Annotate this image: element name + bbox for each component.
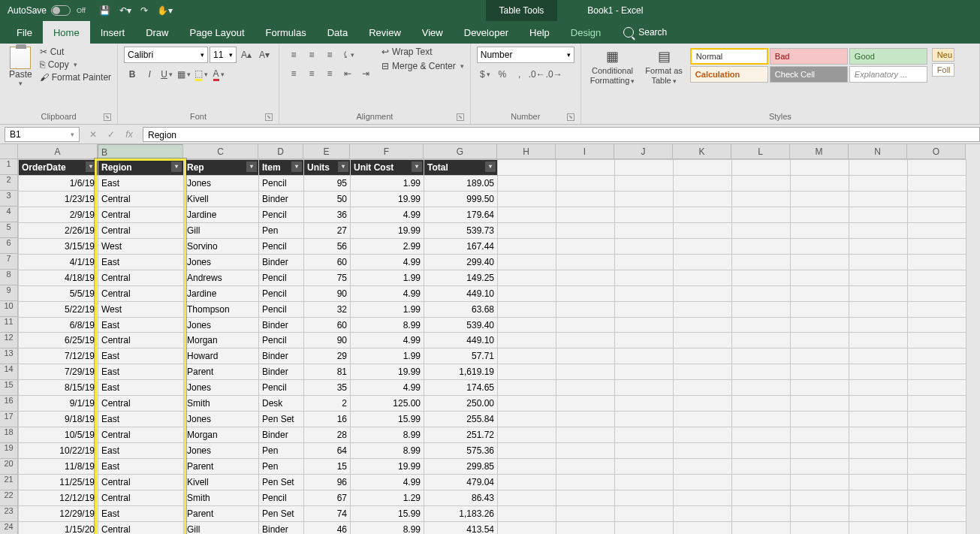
cell[interactable] (791, 301, 849, 317)
tab-developer[interactable]: Developer (454, 21, 519, 44)
cell[interactable]: 189.05 (424, 175, 498, 191)
cell[interactable] (849, 222, 908, 238)
number-format-select[interactable]: Number▾ (477, 47, 574, 63)
cell[interactable] (849, 333, 908, 348)
cell[interactable]: 8.99 (351, 427, 424, 443)
italic-button[interactable]: I (141, 66, 158, 83)
column-header-O[interactable]: O (907, 144, 966, 159)
cell[interactable] (908, 521, 966, 534)
cell[interactable] (849, 207, 908, 222)
increase-font-icon[interactable]: A▴ (238, 47, 255, 63)
cell[interactable]: Binder (259, 348, 304, 364)
cell[interactable]: 57.71 (424, 348, 498, 364)
cell[interactable]: 1/15/20 (19, 521, 98, 534)
wrap-text-button[interactable]: ↩Wrap Text (381, 47, 464, 57)
cell[interactable]: 7/12/19 (19, 348, 98, 364)
cell[interactable]: East (98, 380, 184, 396)
cell[interactable] (791, 521, 849, 534)
cell[interactable]: 6/25/19 (19, 333, 98, 348)
cell[interactable] (556, 427, 615, 443)
cell[interactable]: 8.99 (351, 317, 424, 333)
style-neutral[interactable]: Neu (932, 48, 954, 62)
cell[interactable]: Jones (184, 380, 259, 396)
cell[interactable] (849, 475, 908, 490)
cell[interactable] (732, 301, 791, 317)
cell[interactable]: 3/15/19 (19, 238, 98, 254)
cell[interactable] (849, 459, 908, 475)
cell[interactable] (732, 459, 791, 475)
cell[interactable] (498, 475, 556, 490)
table-header-item[interactable]: Item▾ (259, 160, 304, 176)
cell[interactable]: 36 (304, 207, 351, 222)
tab-home[interactable]: Home (43, 21, 90, 44)
cell[interactable] (498, 505, 556, 521)
cell[interactable] (674, 175, 732, 191)
cell[interactable] (615, 285, 674, 301)
cell[interactable]: Binder (259, 521, 304, 534)
decrease-indent-icon[interactable]: ⇤ (339, 65, 356, 82)
cell[interactable] (732, 521, 791, 534)
cell[interactable] (615, 175, 674, 191)
cell[interactable]: 149.25 (424, 270, 498, 285)
table-header-unit-cost[interactable]: Unit Cost▾ (351, 160, 424, 176)
table-header-region[interactable]: Region▾ (98, 160, 184, 176)
cell[interactable] (732, 270, 791, 285)
cell[interactable]: 1,183.26 (424, 505, 498, 521)
cell[interactable] (556, 270, 615, 285)
fill-color-button[interactable]: ⬚ (193, 66, 210, 83)
cell[interactable]: 4.99 (351, 285, 424, 301)
cell[interactable] (674, 443, 732, 459)
cell[interactable] (732, 427, 791, 443)
cell[interactable] (556, 348, 615, 364)
cell[interactable]: 10/22/19 (19, 443, 98, 459)
cell[interactable] (556, 238, 615, 254)
cell[interactable]: 28 (304, 427, 351, 443)
cell[interactable] (849, 427, 908, 443)
increase-indent-icon[interactable]: ⇥ (357, 65, 374, 82)
cell[interactable]: 63.68 (424, 301, 498, 317)
cell[interactable]: Smith (184, 490, 259, 506)
merge-center-button[interactable]: ⊟Merge & Center (381, 61, 464, 71)
cell[interactable]: 15.99 (351, 412, 424, 427)
cell[interactable] (556, 191, 615, 207)
cell[interactable]: Pen (259, 443, 304, 459)
cell[interactable] (908, 427, 966, 443)
cell[interactable] (615, 238, 674, 254)
cell[interactable] (908, 222, 966, 238)
cell[interactable] (498, 317, 556, 333)
row-header[interactable]: 15 (0, 380, 18, 396)
cell[interactable]: 1.99 (351, 301, 424, 317)
cell[interactable] (556, 301, 615, 317)
cell[interactable] (732, 443, 791, 459)
row-header[interactable]: 16 (0, 396, 18, 412)
cell[interactable] (849, 396, 908, 412)
cell[interactable] (556, 380, 615, 396)
cell[interactable] (674, 317, 732, 333)
table-header-orderdate[interactable]: OrderDate▾ (19, 160, 98, 176)
cell[interactable] (849, 254, 908, 270)
borders-button[interactable]: ▦ (176, 66, 192, 83)
dialog-launcher-icon[interactable]: ⬊ (104, 113, 111, 121)
align-middle-icon[interactable]: ≡ (303, 47, 320, 63)
cell[interactable]: 251.72 (424, 427, 498, 443)
cell[interactable] (674, 427, 732, 443)
cell[interactable] (791, 490, 849, 506)
cell[interactable]: 67 (304, 490, 351, 506)
cell[interactable] (732, 412, 791, 427)
cell[interactable]: Central (98, 207, 184, 222)
cell[interactable] (732, 490, 791, 506)
cell[interactable] (791, 317, 849, 333)
cell[interactable]: 50 (304, 191, 351, 207)
cell[interactable]: 250.00 (424, 396, 498, 412)
cell[interactable]: Binder (259, 364, 304, 380)
font-size-select[interactable]: 11▾ (210, 47, 237, 63)
cell[interactable] (498, 427, 556, 443)
dialog-launcher-icon[interactable]: ⬊ (567, 113, 574, 121)
cell[interactable]: East (98, 364, 184, 380)
cell[interactable]: West (98, 301, 184, 317)
tab-data[interactable]: Data (317, 21, 358, 44)
cell[interactable] (556, 475, 615, 490)
cell[interactable] (498, 238, 556, 254)
cell[interactable]: 12/29/19 (19, 505, 98, 521)
dialog-launcher-icon[interactable]: ⬊ (265, 113, 273, 121)
